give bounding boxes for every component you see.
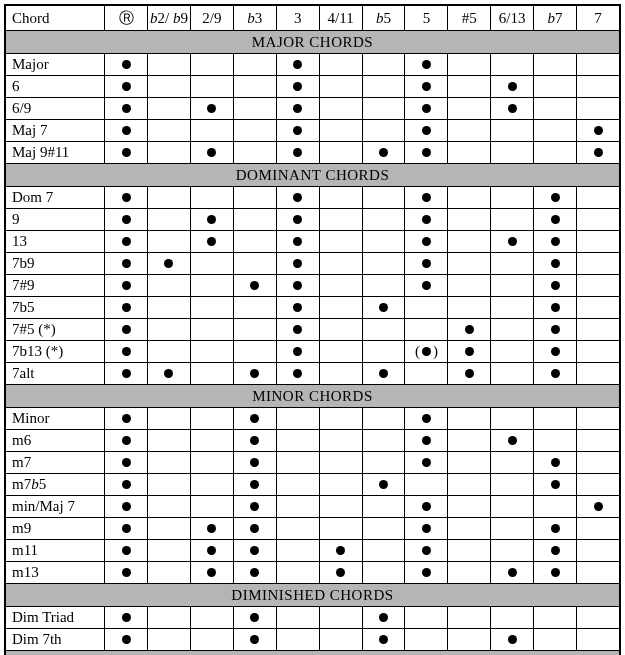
dot-icon	[207, 148, 216, 157]
cell	[534, 518, 577, 540]
cell	[233, 496, 276, 518]
dot-icon	[293, 369, 302, 378]
cell	[319, 54, 362, 76]
cell	[448, 562, 491, 584]
dot-icon	[422, 281, 431, 290]
cell	[405, 629, 448, 651]
cell	[276, 319, 319, 341]
cell	[405, 452, 448, 474]
cell	[233, 562, 276, 584]
cell	[233, 142, 276, 164]
dot-icon	[293, 259, 302, 268]
dot-icon	[508, 635, 517, 644]
cell	[448, 54, 491, 76]
cell	[276, 496, 319, 518]
table-row: Major	[5, 54, 620, 76]
cell	[577, 408, 620, 430]
cell	[448, 98, 491, 120]
cell	[405, 319, 448, 341]
cell	[534, 231, 577, 253]
dot-icon	[508, 436, 517, 445]
cell	[577, 297, 620, 319]
dot-icon	[122, 369, 131, 378]
cell	[105, 518, 148, 540]
cell	[148, 209, 191, 231]
cell	[319, 319, 362, 341]
cell	[491, 607, 534, 629]
cell	[577, 54, 620, 76]
dot-icon	[293, 126, 302, 135]
cell	[276, 297, 319, 319]
cell	[448, 120, 491, 142]
dot-icon	[594, 502, 603, 511]
cell	[233, 629, 276, 651]
cell	[190, 452, 233, 474]
cell	[233, 297, 276, 319]
dot-icon	[422, 193, 431, 202]
dot-icon	[122, 82, 131, 91]
cell	[405, 120, 448, 142]
cell	[448, 408, 491, 430]
cell	[577, 319, 620, 341]
section-heading: DIMINISHED CHORDS	[5, 584, 620, 607]
cell	[105, 187, 148, 209]
dot-icon	[422, 126, 431, 135]
dot-icon	[422, 524, 431, 533]
dot-icon	[250, 414, 259, 423]
dot-icon	[508, 82, 517, 91]
col-411: 4/11	[319, 5, 362, 31]
dot-icon	[293, 347, 302, 356]
dot-icon	[379, 613, 388, 622]
cell	[534, 297, 577, 319]
cell	[319, 98, 362, 120]
col-3: 3	[276, 5, 319, 31]
cell	[534, 496, 577, 518]
cell	[362, 187, 405, 209]
dot-icon	[551, 458, 560, 467]
cell	[577, 562, 620, 584]
chord-name: 7alt	[5, 363, 105, 385]
cell	[577, 120, 620, 142]
cell	[319, 562, 362, 584]
cell	[105, 363, 148, 385]
cell	[405, 187, 448, 209]
table-row: min/Maj 7	[5, 496, 620, 518]
cell	[362, 430, 405, 452]
dot-icon	[293, 303, 302, 312]
dot-icon	[122, 635, 131, 644]
cell	[491, 120, 534, 142]
cell	[319, 474, 362, 496]
dot-icon	[465, 347, 474, 356]
cell	[491, 275, 534, 297]
cell	[233, 518, 276, 540]
cell	[148, 562, 191, 584]
chord-name: 6	[5, 76, 105, 98]
chord-name: 7#5 (*)	[5, 319, 105, 341]
cell	[405, 209, 448, 231]
cell	[362, 452, 405, 474]
cell	[319, 408, 362, 430]
dot-icon	[422, 104, 431, 113]
cell	[148, 120, 191, 142]
cell	[105, 540, 148, 562]
cell	[362, 629, 405, 651]
dot-icon	[551, 347, 560, 356]
cell	[319, 430, 362, 452]
table-row: 7alt	[5, 363, 620, 385]
cell	[105, 253, 148, 275]
table-row: m7	[5, 452, 620, 474]
dot-icon	[250, 524, 259, 533]
chord-name: Minor	[5, 408, 105, 430]
cell	[362, 297, 405, 319]
cell	[190, 297, 233, 319]
dot-icon	[422, 237, 431, 246]
dot-icon	[422, 436, 431, 445]
cell	[362, 76, 405, 98]
cell	[319, 142, 362, 164]
dot-icon	[422, 259, 431, 268]
cell	[405, 275, 448, 297]
chord-name: m7	[5, 452, 105, 474]
chord-name: 7b5	[5, 297, 105, 319]
cell	[448, 363, 491, 385]
cell	[319, 452, 362, 474]
